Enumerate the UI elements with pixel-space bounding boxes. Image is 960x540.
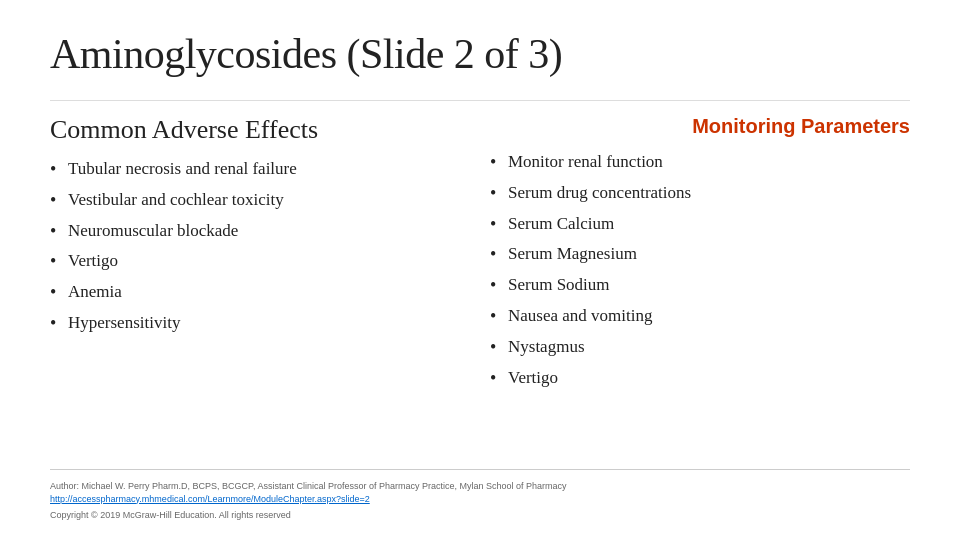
footer-copyright: Copyright © 2019 McGraw-Hill Education. … xyxy=(50,510,291,520)
footer-link[interactable]: http://accesspharmacy.mhmedical.com/Lear… xyxy=(50,494,910,504)
divider xyxy=(50,100,910,101)
list-item: Anemia xyxy=(50,280,470,304)
footer-divider xyxy=(50,469,910,470)
list-item: Tubular necrosis and renal failure xyxy=(50,157,470,181)
list-item: Vertigo xyxy=(50,249,470,273)
list-item: Vertigo xyxy=(490,366,910,390)
list-item: Hypersensitivity xyxy=(50,311,470,335)
adverse-effects-list: Tubular necrosis and renal failure Vesti… xyxy=(50,157,470,335)
list-item: Nystagmus xyxy=(490,335,910,359)
list-item: Monitor renal function xyxy=(490,150,910,174)
list-item: Vestibular and cochlear toxicity xyxy=(50,188,470,212)
footer-author: Author: Michael W. Perry Pharm.D, BCPS, … xyxy=(50,481,567,491)
right-column: Monitoring Parameters Monitor renal func… xyxy=(490,115,910,396)
list-item: Neuromuscular blockade xyxy=(50,219,470,243)
left-column-header: Common Adverse Effects xyxy=(50,115,470,145)
footer: Author: Michael W. Perry Pharm.D, BCPS, … xyxy=(50,469,910,522)
list-item: Serum Calcium xyxy=(490,212,910,236)
left-column: Common Adverse Effects Tubular necrosis … xyxy=(50,115,470,342)
content-columns: Common Adverse Effects Tubular necrosis … xyxy=(50,115,910,396)
list-item: Serum drug concentrations xyxy=(490,181,910,205)
monitoring-parameters-list: Monitor renal function Serum drug concen… xyxy=(490,150,910,389)
list-item: Serum Magnesium xyxy=(490,242,910,266)
slide-title: Aminoglycosides (Slide 2 of 3) xyxy=(50,30,910,78)
list-item: Nausea and vomiting xyxy=(490,304,910,328)
right-column-header: Monitoring Parameters xyxy=(490,115,910,138)
slide: Aminoglycosides (Slide 2 of 3) Common Ad… xyxy=(0,0,960,540)
list-item: Serum Sodium xyxy=(490,273,910,297)
